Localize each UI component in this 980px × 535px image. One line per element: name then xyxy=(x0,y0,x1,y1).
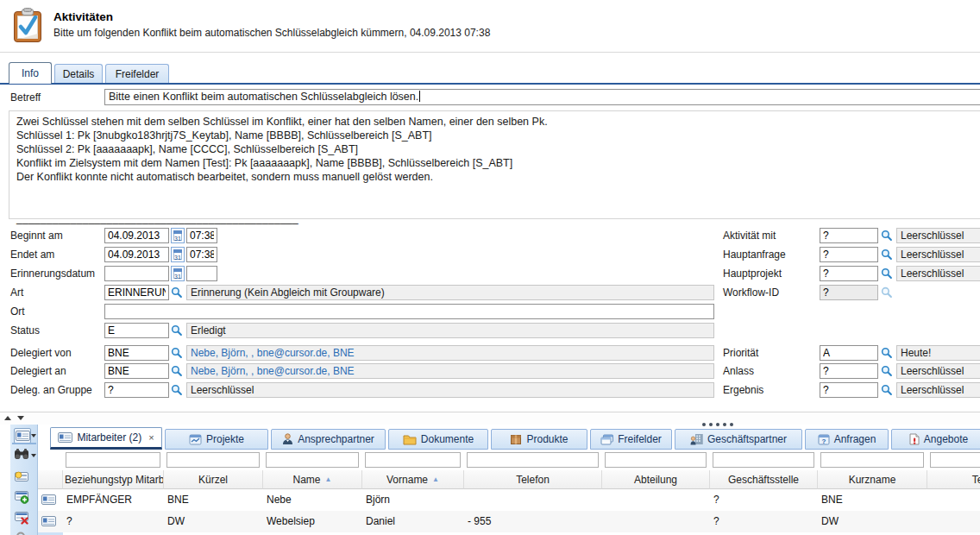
card-lightbulb-button[interactable] xyxy=(14,469,31,485)
tab-dokumente[interactable]: Dokumente xyxy=(388,429,488,450)
tab-mitarbeiter[interactable]: Mitarbeiter (2) × xyxy=(50,427,162,450)
tab-anfragen[interactable]: ? Anfragen xyxy=(805,429,889,450)
tab-freifelder[interactable]: Freifelder xyxy=(590,429,672,450)
delegiert-an-lookup-button[interactable] xyxy=(170,363,184,379)
splitter-collapse-up-icon[interactable] xyxy=(4,416,11,420)
filter-kurzname-input[interactable] xyxy=(820,452,924,468)
tab-freifelder[interactable]: Freifelder xyxy=(105,64,169,84)
status-code-input[interactable] xyxy=(104,323,169,338)
filter-geschaeftsstelle-input[interactable] xyxy=(713,452,814,468)
erinnerungsdatum-time-input[interactable] xyxy=(186,266,217,281)
tab-anfragen-label: Anfragen xyxy=(834,433,876,445)
column-header-tel[interactable]: Tel xyxy=(927,470,980,489)
tab-ansprechpartner[interactable]: Ansprechpartner xyxy=(271,429,386,450)
splitter-grip-dots[interactable] xyxy=(700,417,735,429)
anlass-code-input[interactable] xyxy=(820,363,878,379)
column-header-name[interactable]: Name▲ xyxy=(263,470,362,489)
column-header-kuerzel[interactable]: Kürzel xyxy=(164,470,263,489)
hauptanfrage-label: Hauptanfrage xyxy=(723,249,786,261)
cell-vorname: Daniel xyxy=(362,511,464,532)
deleg-an-gruppe-code-input[interactable] xyxy=(104,382,169,398)
aktivitaet-mit-code-input[interactable] xyxy=(820,228,878,243)
magnifier-icon xyxy=(881,230,893,242)
column-header-telefon[interactable]: Telefon xyxy=(464,470,602,489)
status-lookup-button[interactable] xyxy=(170,323,184,338)
art-code-input[interactable] xyxy=(104,285,169,300)
tab-angebote[interactable]: Angebote xyxy=(891,429,980,450)
tab-projekte[interactable]: Projekte xyxy=(165,429,268,450)
betreff-input[interactable]: Bitte einen Konflikt beim automatischen … xyxy=(104,89,980,105)
card-remove-button[interactable] xyxy=(14,511,31,526)
delegiert-von-lookup-button[interactable] xyxy=(170,345,184,361)
tab-close-icon[interactable]: × xyxy=(148,432,154,443)
table-row[interactable]: ? DW Webelsiep Daniel - 955 ? DW xyxy=(38,511,980,532)
hauptanfrage-code-input[interactable] xyxy=(820,247,878,262)
endet-am-calendar-button[interactable]: 31 xyxy=(171,247,185,262)
endet-am-time-input[interactable] xyxy=(186,247,217,262)
hauptprojekt-code-input[interactable] xyxy=(820,266,878,281)
deleg-an-gruppe-lookup-button[interactable] xyxy=(170,382,184,398)
description-box[interactable]: Zwei Schlüssel stehen mit dem selben Sch… xyxy=(9,110,980,219)
beginnt-am-label: Beginnt am xyxy=(10,230,63,242)
column-header-beziehungstyp[interactable]: Beziehungstyp Mitarbe xyxy=(63,470,164,489)
endet-am-date-input[interactable] xyxy=(104,247,169,262)
form-windows-icon xyxy=(600,434,613,445)
filter-tel-input[interactable] xyxy=(930,452,980,468)
tab-angebote-label: Angebote xyxy=(924,433,968,445)
column-header-abteilung[interactable]: Abteilung xyxy=(602,470,710,489)
cell-telefon: - 955 xyxy=(464,511,602,532)
tab-info[interactable]: Info xyxy=(9,62,52,84)
id-card-icon xyxy=(16,431,30,442)
erinnerungsdatum-calendar-button[interactable]: 31 xyxy=(171,266,185,281)
package-icon xyxy=(510,433,522,445)
tab-geschaeftspartner[interactable]: Geschäftspartner xyxy=(675,429,802,450)
prioritaet-lookup-button[interactable] xyxy=(880,345,894,361)
filter-kuerzel-input[interactable] xyxy=(166,452,260,468)
column-header-geschaeftsstelle[interactable]: Geschäftsstelle xyxy=(710,470,818,489)
tab-details[interactable]: Details xyxy=(54,64,103,84)
erinnerungsdatum-date-input[interactable] xyxy=(104,266,169,281)
splitter-collapse-down-icon[interactable] xyxy=(17,416,24,420)
filter-abteilung-input[interactable] xyxy=(605,452,707,468)
filter-vorname-input[interactable] xyxy=(365,452,461,468)
art-lookup-button[interactable] xyxy=(170,285,184,300)
hauptanfrage-display: Leerschlüssel xyxy=(896,247,980,262)
splitter-handle[interactable] xyxy=(0,412,980,425)
prioritaet-label: Priorität xyxy=(723,347,758,359)
erinnerungsdatum-label: Erinnerungsdatum xyxy=(10,268,95,280)
record-card-button[interactable] xyxy=(14,428,31,444)
lock-button[interactable] xyxy=(14,530,31,535)
delegiert-von-code-input[interactable] xyxy=(104,345,169,361)
hauptanfrage-lookup-button[interactable] xyxy=(880,247,894,262)
column-header-vorname[interactable]: Vorname▲ xyxy=(362,470,464,489)
beginnt-am-date-input[interactable] xyxy=(104,228,169,243)
record-card-dropdown-icon[interactable] xyxy=(31,434,36,437)
filter-telefon-input[interactable] xyxy=(467,452,599,468)
ort-input[interactable] xyxy=(104,304,714,319)
activity-window: Aktivitäten Bitte um folgenden Konflikt … xyxy=(0,0,980,535)
column-header-kurzname[interactable]: Kurzname xyxy=(818,470,927,489)
anlass-lookup-button[interactable] xyxy=(880,363,894,379)
search-binoculars-button[interactable] xyxy=(14,448,31,463)
prioritaet-code-input[interactable] xyxy=(820,345,878,361)
ergebnis-lookup-button[interactable] xyxy=(880,382,894,398)
beginnt-am-calendar-button[interactable]: 31 xyxy=(171,228,185,243)
filter-name-input[interactable] xyxy=(266,452,359,468)
card-add-icon xyxy=(14,490,29,504)
delegiert-an-code-input[interactable] xyxy=(104,363,169,379)
ergebnis-code-input[interactable] xyxy=(820,382,878,398)
cell-kurzname: BNE xyxy=(818,489,927,511)
card-add-button[interactable] xyxy=(14,490,31,506)
hauptprojekt-lookup-button[interactable] xyxy=(880,266,894,281)
tab-produkte[interactable]: Produkte xyxy=(491,429,587,450)
cell-name: Nebe xyxy=(263,489,362,511)
aktivitaet-mit-lookup-button[interactable] xyxy=(880,228,894,243)
beginnt-am-time-input[interactable] xyxy=(186,228,217,243)
search-dropdown-icon[interactable] xyxy=(31,454,36,457)
table-row[interactable]: EMPFÄNGER BNE Nebe Björn ? BNE xyxy=(38,489,980,511)
workflow-id-label: Workflow-ID xyxy=(723,286,779,299)
id-card-icon xyxy=(41,494,56,506)
filter-beziehungstyp-input[interactable] xyxy=(66,452,160,468)
id-card-icon xyxy=(58,432,72,444)
cell-abteilung xyxy=(602,511,710,532)
